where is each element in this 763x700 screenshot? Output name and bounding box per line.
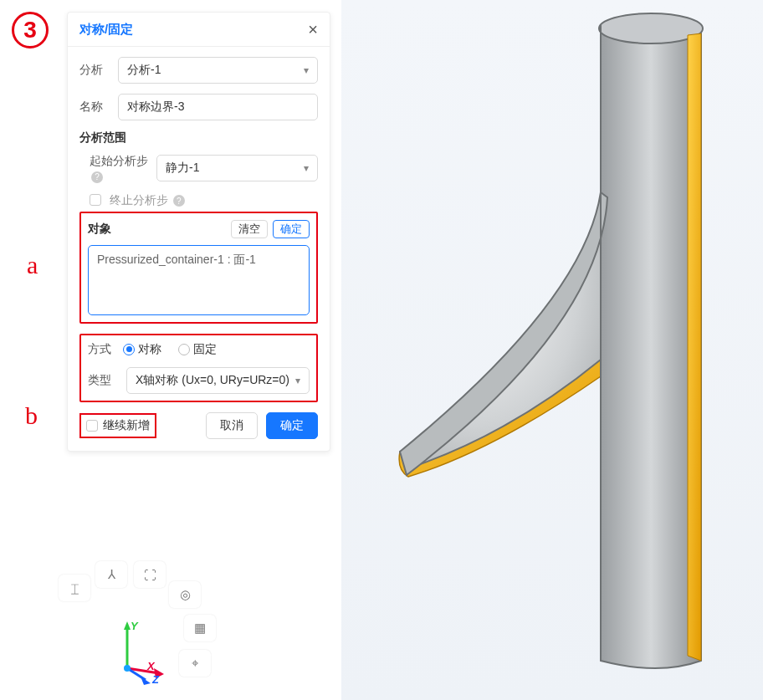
label-start-step: 起始分析步 ? — [90, 154, 148, 183]
radio-symmetry-label: 对称 — [138, 342, 161, 357]
chevron-down-icon: ▾ — [304, 162, 309, 174]
keep-add-wrap[interactable]: 继续新增 — [79, 413, 156, 438]
radio-fixed[interactable] — [178, 344, 190, 355]
panel-footer: 继续新增 取消 确定 — [79, 412, 318, 439]
object-clear-button[interactable]: 清空 — [231, 220, 268, 238]
axis-z-label: Z — [151, 673, 160, 685]
footer-buttons: 取消 确定 — [206, 412, 318, 439]
select-type-value: X轴对称 (Ux=0, URy=URz=0) — [136, 373, 289, 388]
nav-axes-icon[interactable]: ⅄ — [95, 561, 127, 588]
annotation-letter-a: a — [27, 251, 38, 279]
cancel-button[interactable]: 取消 — [206, 412, 258, 439]
input-name[interactable]: 对称边界-3 — [118, 94, 318, 120]
select-analysis[interactable]: 分析-1 ▾ — [118, 57, 318, 84]
object-title: 对象 — [88, 222, 111, 237]
radio-fixed-label: 固定 — [193, 342, 217, 357]
nav-target-icon[interactable]: ⌖ — [179, 650, 211, 677]
row-end-step: 终止分析步 ? — [90, 193, 318, 208]
svg-point-8 — [124, 665, 131, 672]
annotation-step-3: 3 — [12, 12, 49, 49]
checkbox-end-step-wrap[interactable]: 终止分析步 ? — [90, 193, 185, 208]
nav-focus-icon[interactable]: ◎ — [169, 581, 201, 608]
symmetry-fix-panel: 对称/固定 × 分析 分析-1 ▾ 名称 对称边界-3 分析范围 起始分析步 ? — [67, 12, 330, 452]
radio-symmetry-wrap[interactable]: 对称 — [123, 342, 161, 357]
row-analysis: 分析 分析-1 ▾ — [79, 57, 318, 84]
object-buttons: 清空 确定 — [231, 220, 310, 238]
annotation-letter-b: b — [25, 401, 38, 430]
select-analysis-value: 分析-1 — [127, 63, 161, 78]
radio-fixed-wrap[interactable]: 固定 — [178, 342, 217, 357]
label-start-step-text: 起始分析步 — [90, 154, 148, 167]
section-title-scope: 分析范围 — [79, 130, 318, 146]
axis-y-label: Y — [131, 620, 139, 632]
svg-marker-7 — [141, 677, 151, 685]
panel-header: 对称/固定 × — [68, 13, 330, 47]
panel-title: 对称/固定 — [79, 22, 133, 38]
panel-body: 分析 分析-1 ▾ 名称 对称边界-3 分析范围 起始分析步 ? 静力-1 — [68, 47, 330, 451]
row-start-step: 起始分析步 ? 静力-1 ▾ — [90, 154, 318, 183]
viewport-3d[interactable] — [341, 0, 763, 700]
nav-expand-icon[interactable]: ⛶ — [134, 561, 166, 588]
nav-grid-icon[interactable]: ▦ — [184, 615, 216, 641]
row-type: 类型 X轴对称 (Ux=0, URy=URz=0) ▾ — [88, 367, 310, 394]
label-method: 方式 — [88, 342, 118, 357]
select-start-step[interactable]: 静力-1 ▾ — [156, 155, 318, 181]
object-section: 对象 清空 确定 Pressurized_container-1 : 面-1 — [79, 212, 318, 324]
svg-marker-3 — [124, 621, 131, 630]
row-method: 方式 对称 固定 — [88, 342, 310, 357]
row-name: 名称 对称边界-3 — [79, 94, 318, 120]
object-header: 对象 清空 确定 — [88, 220, 310, 238]
help-icon[interactable]: ? — [91, 171, 103, 183]
radio-symmetry[interactable] — [123, 344, 135, 355]
method-type-section: 方式 对称 固定 类型 X轴对称 (Ux=0, URy=URz=0) ▾ — [79, 334, 318, 402]
close-icon[interactable]: × — [308, 21, 318, 38]
label-keep-add: 继续新增 — [103, 418, 150, 433]
select-start-step-value: 静力-1 — [166, 161, 199, 176]
nav-iso-icon[interactable]: ⌶ — [59, 575, 90, 601]
scope-block: 起始分析步 ? 静力-1 ▾ 终止分析步 ? — [79, 154, 318, 208]
checkbox-keep-add[interactable] — [86, 420, 98, 432]
checkbox-end-step[interactable] — [90, 194, 101, 206]
help-icon[interactable]: ? — [173, 195, 185, 207]
select-type[interactable]: X轴对称 (Ux=0, URy=URz=0) ▾ — [126, 367, 310, 394]
object-confirm-button[interactable]: 确定 — [273, 220, 310, 238]
label-type: 类型 — [88, 373, 118, 388]
annotation-step-3-text: 3 — [23, 17, 37, 43]
label-name: 名称 — [79, 100, 110, 115]
input-name-value: 对称边界-3 — [127, 100, 184, 115]
svg-point-0 — [599, 13, 703, 43]
ok-button[interactable]: 确定 — [266, 412, 318, 439]
label-end-step: 终止分析步 — [110, 193, 168, 207]
axis-triad: Y X Z — [110, 618, 177, 685]
chevron-down-icon: ▾ — [295, 375, 300, 386]
model-render — [341, 0, 763, 700]
object-selected-item[interactable]: Pressurized_container-1 : 面-1 — [97, 253, 300, 268]
view-nav-wheel: ⌶ ⅄ ⛶ ◎ ▦ ⌖ Y X Z — [54, 561, 229, 695]
label-analysis: 分析 — [79, 63, 110, 78]
chevron-down-icon: ▾ — [304, 64, 309, 76]
object-selection-list[interactable]: Pressurized_container-1 : 面-1 — [88, 245, 310, 315]
axis-x-label: X — [146, 660, 156, 672]
